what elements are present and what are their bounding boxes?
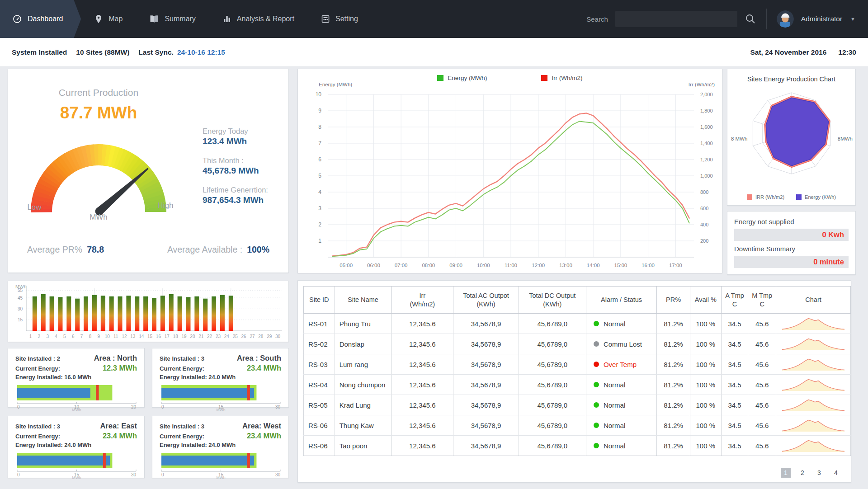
site-installed: Site Installed : 3 [160, 423, 204, 430]
svg-text:29: 29 [267, 334, 272, 339]
current-time: 12:30 [838, 48, 856, 56]
svg-text:600: 600 [700, 206, 708, 211]
table-row[interactable]: RS-06Tao poon12,345.634,5678,945,6789,0N… [304, 436, 851, 456]
cell-irr: 12,345.6 [392, 314, 453, 334]
area-name: Area : North [94, 354, 137, 362]
nav-item-label: Summary [165, 15, 195, 23]
chevron-down-icon[interactable]: ▼ [850, 16, 855, 22]
svg-text:16: 16 [156, 334, 161, 339]
page-button-4[interactable]: 4 [831, 468, 841, 478]
cell-site_id: RS-02 [304, 334, 335, 354]
stat-value: 123.4 MWh [203, 136, 268, 146]
cell-ac: 34,5678,9 [453, 375, 519, 395]
column-header: Alarm / Status [586, 287, 656, 314]
production-stats: Energy Today 123.4 MWh This Month : 45,6… [203, 127, 268, 205]
column-header: Total AC Outpot (KWh) [453, 287, 519, 314]
cell-pr: 81.2% [657, 375, 690, 395]
svg-text:10: 10 [105, 334, 110, 339]
page-button-2[interactable]: 2 [797, 468, 807, 478]
nav-item-setting[interactable]: Setting [308, 0, 372, 38]
search-label: Search [586, 15, 608, 23]
area-panel-east: Site Installed : 3Area: East Current Ene… [8, 416, 145, 478]
cell-pr: 81.2% [657, 354, 690, 375]
nav-item-label: Dashboard [28, 15, 63, 23]
status-dot [594, 423, 599, 428]
search-icon[interactable] [745, 13, 756, 25]
nav-item-analysis-report[interactable]: Analysis & Report [209, 0, 308, 38]
cell-irr: 12,345.6 [392, 415, 453, 436]
svg-text:25: 25 [233, 334, 238, 339]
west-bullet-chart: 01530MWh [160, 451, 282, 479]
svg-text:10: 10 [316, 91, 322, 98]
svg-text:0: 0 [17, 472, 20, 477]
cell-avail: 100 % [690, 354, 721, 375]
area-name: Area: East [100, 422, 137, 430]
svg-text:2: 2 [38, 334, 41, 339]
cell-site_id: RS-06 [304, 415, 335, 436]
cell-avail: 100 % [690, 334, 721, 354]
svg-text:0: 0 [161, 404, 164, 409]
svg-text:08:00: 08:00 [422, 263, 435, 268]
cell-sparkline [776, 314, 851, 334]
svg-text:05:00: 05:00 [340, 263, 353, 268]
cell-dc: 45,6789,0 [519, 354, 586, 375]
table-row[interactable]: RS-05Krad Lung12,345.634,5678,945,6789,0… [304, 395, 851, 415]
nav-item-label: Analysis & Report [237, 15, 294, 23]
cell-dc: 45,6789,0 [519, 415, 586, 436]
page-button-1[interactable]: 1 [781, 468, 791, 478]
search-input[interactable] [615, 11, 737, 27]
cell-alarm-status: Normal [586, 395, 656, 415]
svg-text:6: 6 [318, 156, 321, 163]
table-row[interactable]: RS-01Phung Tru12,345.634,5678,945,6789,0… [304, 314, 851, 334]
nav-item-dashboard[interactable]: Dashboard [0, 0, 81, 38]
svg-text:30: 30 [275, 472, 281, 477]
column-header: A Tmp C [721, 287, 748, 314]
stat-value: 987,654.3 MWh [203, 195, 268, 205]
avatar[interactable] [777, 10, 794, 28]
table-row[interactable]: RS-04Nong chumpon12,345.634,5678,945,678… [304, 375, 851, 395]
svg-text:2: 2 [318, 221, 321, 228]
cell-sparkline [776, 395, 851, 415]
cell-pr: 81.2% [657, 334, 690, 354]
nav-item-map[interactable]: Map [81, 0, 136, 38]
current-production-value: 87.7 MWh [8, 103, 189, 122]
cell-ac: 34,5678,9 [453, 436, 519, 456]
area-panel-north: Site Installed : 2Area : North Current E… [8, 348, 145, 408]
nav-item-label: Setting [335, 15, 358, 23]
nav-item-summary[interactable]: Summary [136, 0, 209, 38]
gauge-unit-label: MWh [80, 213, 117, 222]
svg-text:30: 30 [275, 334, 281, 339]
svg-text:16:00: 16:00 [642, 263, 655, 268]
area-panel-west: Site Installed : 3Area: West Current Ene… [152, 416, 289, 478]
radar-legend: IRR (Wh/m2) Energy (KWh) [727, 194, 855, 200]
svg-text:12:00: 12:00 [532, 263, 545, 268]
status-dot [594, 341, 599, 347]
table-row[interactable]: RS-02Donslap12,345.634,5678,945,6789,0Co… [304, 334, 851, 354]
cell-site_name: Tao poon [335, 436, 391, 456]
downtime-summary-label: Downtime Summary [734, 245, 849, 253]
status-dot [594, 402, 599, 408]
cell-sparkline [776, 354, 851, 375]
cell-ac: 34,5678,9 [453, 334, 519, 354]
cell-m_tmp: 45.6 [748, 334, 776, 354]
stat-value: 45,678.9 MWh [203, 166, 268, 176]
page-button-3[interactable]: 3 [814, 468, 824, 478]
daily-production-bar-chart: 1530455512345678910111213141516171819202… [8, 281, 288, 342]
top-nav: Dashboard Map Summary Analysis & Report … [0, 0, 868, 38]
cell-alarm-status: Commu Lost [586, 334, 656, 354]
energy-not-supplied-panel: Energy not supplied 0 Kwh Downtime Summa… [727, 211, 856, 275]
stat-label: Lifetime Generrtion: [203, 186, 268, 194]
site-trend-sparkline [779, 396, 847, 413]
radar-axis-label-left: 8 MWh [731, 136, 747, 141]
site-trend-sparkline [779, 376, 847, 393]
current-energy-label: Current Energy: [15, 365, 60, 372]
svg-text:11: 11 [113, 334, 118, 339]
table-row[interactable]: RS-03Lum rang12,345.634,5678,945,6789,0O… [304, 354, 851, 375]
cell-avail: 100 % [690, 415, 721, 436]
svg-text:27: 27 [250, 334, 255, 339]
svg-text:20: 20 [190, 334, 195, 339]
average-pr-label: Average PR% [27, 244, 82, 255]
svg-text:18: 18 [173, 334, 179, 339]
stat-lifetime-generation: Lifetime Generrtion: 987,654.3 MWh [203, 186, 268, 205]
table-row[interactable]: RS-06Thung Kaw12,345.634,5678,945,6789,0… [304, 415, 851, 436]
